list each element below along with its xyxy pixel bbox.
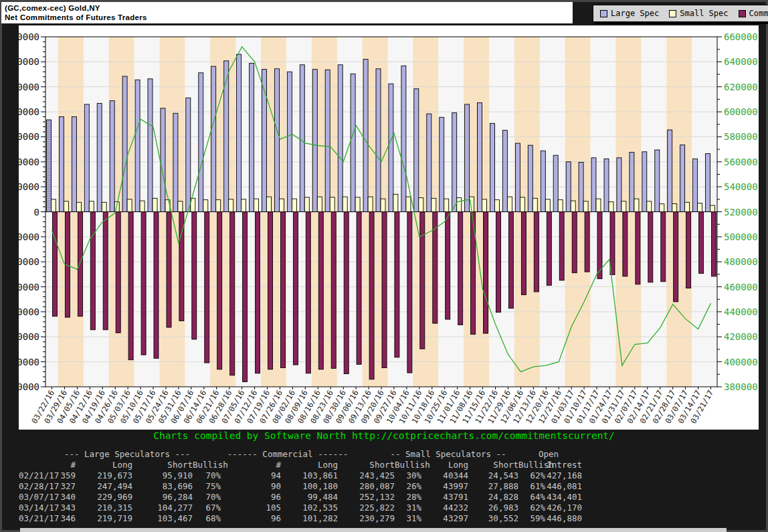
legend-label: Small Spec [680, 9, 728, 18]
table-cell: 95,910 [132, 470, 193, 481]
table-cell: 61% [518, 481, 545, 492]
table-cell: Bullish [518, 460, 545, 470]
table-cell: 28% [395, 492, 421, 503]
svg-text:640000: 640000 [724, 56, 758, 67]
table-cell: 31% [395, 503, 421, 513]
svg-text:460000: 460000 [724, 282, 758, 292]
table-cell: 101,282 [281, 513, 338, 524]
group-header-large-speculators: --- Large Speculators --- [64, 449, 190, 460]
table-cell [19, 460, 59, 470]
table-row: 03/07/17340229,96996,28470%9699,484252,1… [19, 492, 621, 503]
chart-title-line2: Net Commitments of Futures Traders [5, 13, 573, 22]
table-cell: 427,168 [545, 470, 582, 481]
table-cell: 359 [59, 470, 76, 481]
svg-text:440000: 440000 [724, 306, 758, 317]
commercial-swatch-icon [739, 10, 746, 17]
table-cell: 03/07/17 [19, 492, 59, 503]
table-cell: 252,132 [338, 492, 395, 503]
table-cell: 03/21/17 [19, 513, 59, 524]
table-cell: 03/14/17 [19, 503, 59, 513]
left-axis-labels: -350000-300000-250000-200000-150000-1000… [19, 31, 39, 392]
bottom-edge-strip [20, 528, 727, 532]
svg-text:520000: 520000 [724, 207, 758, 217]
table-cell: 62% [518, 470, 545, 481]
chart-title-box: (GC,comex-cec) Gold,NY Net Commitments o… [1, 2, 573, 23]
table-cell: 44232 [421, 503, 468, 513]
svg-text:-250000: -250000 [19, 331, 39, 342]
table-cell: 27,888 [468, 481, 518, 492]
table-cell: 68% [193, 513, 221, 524]
table-cell: Long [281, 460, 338, 470]
table-cell: 70% [193, 492, 221, 503]
table-cell: Long [421, 460, 468, 470]
table-cell: 103,861 [281, 470, 338, 481]
table-cell: 40344 [421, 470, 468, 481]
small-spec-swatch-icon [669, 10, 676, 17]
table-row: 02/28/17327247,49483,69675%90100,180280,… [19, 481, 621, 492]
group-header-open: Open [539, 449, 559, 460]
legend-label: Large Spec [611, 9, 659, 18]
svg-text:540000: 540000 [724, 181, 758, 192]
svg-text:100000: 100000 [19, 157, 39, 167]
svg-text:580000: 580000 [724, 131, 758, 142]
table-body: 02/21/17359219,67395,91070%94103,861243,… [19, 470, 621, 524]
table-cell: 230,279 [338, 513, 395, 524]
svg-text:480000: 480000 [724, 256, 758, 267]
legend-item-large-spec: Large Spec [600, 9, 659, 18]
table-cell: 99,484 [281, 492, 338, 503]
table-cell: 43297 [421, 513, 468, 524]
right-axis-labels: 3800004000004200004400004600004800005000… [724, 31, 758, 392]
table-cell: 96,284 [132, 492, 193, 503]
table-row: 03/21/17346219,719103,46768%96101,282230… [19, 513, 621, 524]
svg-text:-200000: -200000 [19, 306, 39, 317]
svg-text:600000: 600000 [724, 106, 758, 117]
table-cell: 104,277 [132, 503, 193, 513]
svg-text:-50000: -50000 [19, 232, 39, 242]
table-group-header-row: --- Large Speculators --- ------ Commerc… [19, 449, 621, 460]
table-cell: 343 [59, 503, 76, 513]
table-cell: 26,983 [468, 503, 518, 513]
chart-title-line1: (GC,comex-cec) Gold,NY [5, 3, 573, 13]
table-column-header-row: #LongShortBullish#LongShortBullishLongSh… [19, 460, 621, 470]
legend-item-commercial: Commercial [739, 9, 768, 18]
table-cell: 43997 [421, 481, 468, 492]
table-cell: 64% [518, 492, 545, 503]
table-cell: 346 [59, 513, 76, 524]
table-cell: 247,494 [76, 481, 132, 492]
cot-chart-svg: -350000-300000-250000-200000-150000-1000… [19, 25, 759, 430]
x-axis-date-labels: 03/22/1603/29/1604/05/1604/12/1604/19/16… [29, 388, 715, 425]
table-cell: # [221, 460, 281, 470]
table-cell: 327 [59, 481, 76, 492]
table-cell: 26% [395, 481, 421, 492]
table-cell: 243,425 [338, 470, 395, 481]
svg-text:150000: 150000 [19, 131, 39, 142]
svg-text:-300000: -300000 [19, 357, 39, 367]
table-cell: 280,087 [338, 481, 395, 492]
table-cell: 340 [59, 492, 76, 503]
table-cell: 103,467 [132, 513, 193, 524]
table-cell: 90 [221, 481, 281, 492]
table-cell: 62% [518, 503, 545, 513]
table-cell: Bullish [395, 460, 421, 470]
table-cell: 219,719 [76, 513, 132, 524]
table-cell: 105 [221, 503, 281, 513]
table-cell: 446,880 [545, 513, 582, 524]
table-cell: 75% [193, 481, 221, 492]
table-cell: 210,315 [76, 503, 132, 513]
table-cell: 219,673 [76, 470, 132, 481]
table-row: 03/14/17343210,315104,27767%105102,53522… [19, 503, 621, 513]
svg-text:0: 0 [34, 207, 39, 217]
table-cell: Long [76, 460, 132, 470]
svg-text:620000: 620000 [724, 82, 758, 92]
table-cell: Short [468, 460, 518, 470]
footer-credit[interactable]: Charts compiled by Software North http:/… [0, 430, 768, 442]
table-cell: 96 [221, 513, 281, 524]
table-cell: Intrest [545, 460, 582, 470]
table-cell: 96 [221, 492, 281, 503]
svg-text:300000: 300000 [19, 56, 39, 67]
legend-label: Commercial [749, 9, 768, 18]
table-column-header: #LongShortBullish#LongShortBullishLongSh… [19, 460, 621, 470]
table-cell: 24,828 [468, 492, 518, 503]
table-cell: 70% [193, 470, 221, 481]
table-cell: 30% [395, 470, 421, 481]
